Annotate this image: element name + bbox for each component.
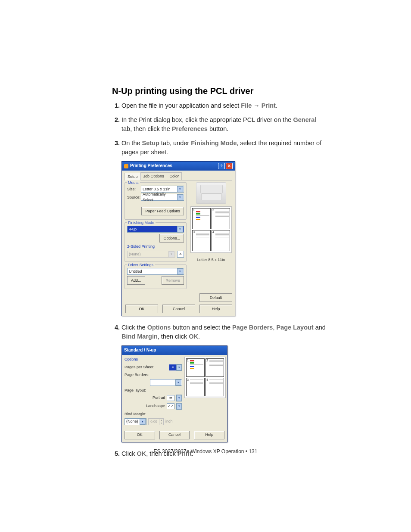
- page-layout-label: Page layout:: [125, 388, 182, 393]
- portrait-orientation-icon: ⇄: [167, 395, 174, 401]
- chevron-down-icon: ▾: [177, 194, 183, 200]
- chevron-down-icon: ▾: [177, 268, 183, 274]
- source-dropdown[interactable]: Automatically Select ▾: [141, 194, 184, 201]
- close-button[interactable]: ✕: [226, 163, 233, 169]
- term-general: General: [293, 116, 316, 123]
- preview-page-1: 1: [193, 208, 195, 212]
- options-group-title: Options: [125, 357, 182, 362]
- chevron-down-icon: ▾: [177, 403, 182, 409]
- portrait-dropdown[interactable]: ▾: [176, 395, 182, 401]
- step3-text-b: tab, under: [159, 140, 191, 146]
- term-preferences: Preferences: [172, 125, 208, 132]
- term-options: Options: [147, 324, 171, 331]
- dialog-title: Standard / N-up: [124, 347, 156, 354]
- ok-button[interactable]: OK: [125, 305, 158, 313]
- step1-text-b: .: [276, 102, 277, 109]
- term-print: Print: [262, 102, 276, 109]
- two-sided-label: 2-Sided Printing: [127, 244, 184, 249]
- printer-preview-icon: [196, 182, 226, 204]
- step1-text-a: Open the file in your application and se…: [121, 102, 241, 109]
- add-button[interactable]: Add...: [127, 276, 145, 285]
- help-button[interactable]: Help: [194, 431, 224, 439]
- finishing-options-button[interactable]: Options...: [159, 234, 184, 243]
- tab-color[interactable]: Color: [167, 172, 182, 180]
- step4-text-d: and: [314, 324, 326, 331]
- driver-settings-dropdown[interactable]: Untitled ▾: [127, 268, 184, 275]
- printing-preferences-dialog: Printing Preferences ? ✕ Setup Job Optio…: [121, 161, 235, 316]
- pages-per-sheet-label: Pages per Sheet:: [125, 364, 155, 370]
- driver-title: Driver Settings: [127, 262, 155, 268]
- portrait-label: Portrait: [153, 395, 165, 401]
- tab-job-options[interactable]: Job Options: [140, 172, 167, 180]
- tab-strip: Setup Job Options Color: [125, 172, 232, 180]
- driver-settings-group: Driver Settings Untitled ▾ Add... R: [125, 264, 187, 289]
- bind-margin-spinner: 0.00 ▲▼: [148, 418, 164, 425]
- source-label: Source:: [127, 195, 139, 200]
- default-button[interactable]: Default: [199, 293, 232, 302]
- step2-text-b: tab, then click the: [121, 125, 172, 132]
- chevron-down-icon: ▾: [177, 226, 183, 232]
- two-sided-value: (None): [129, 252, 141, 257]
- finishing-value: 4-up: [129, 227, 137, 232]
- landscape-label: Landscape: [146, 403, 165, 409]
- nup-options-dialog: Standard / N-up Options Pages per Sheet:…: [121, 345, 227, 442]
- source-value: Automatically Select: [143, 192, 177, 203]
- step3-text-a: On the: [121, 140, 142, 146]
- finishing-mode-dropdown[interactable]: 4-up ▾: [127, 226, 184, 233]
- printer-app-icon: [124, 164, 128, 168]
- chevron-down-icon: ▾: [175, 380, 181, 386]
- term-file: File: [241, 102, 252, 109]
- page-borders-dropdown[interactable]: ▾: [150, 379, 182, 386]
- layout-preview: 1 2 3 4: [190, 206, 232, 253]
- media-group-title: Media: [127, 180, 140, 186]
- cancel-button[interactable]: Cancel: [159, 431, 190, 439]
- orientation-a-icon: A: [177, 251, 184, 258]
- chevron-down-icon: ▾: [168, 251, 174, 257]
- step4-text-e: , then click: [158, 333, 189, 340]
- steps-list: Open the file in your application and se…: [112, 101, 327, 458]
- paper-feed-options-button[interactable]: Paper Feed Options: [141, 207, 184, 215]
- page-heading: N-Up printing using the PCL driver: [112, 86, 327, 96]
- preview-caption: Letter 8.5 x 11in: [197, 257, 225, 263]
- pages-per-sheet-dropdown[interactable]: ▾: [176, 364, 182, 371]
- term-page-layout: Page Layout: [276, 324, 313, 331]
- bind-margin-number: 0.00: [149, 419, 159, 425]
- tab-setup[interactable]: Setup: [125, 173, 141, 180]
- preview-page-4: 4: [206, 378, 208, 382]
- term-page-borders: Page Borders: [232, 324, 273, 331]
- help-button[interactable]: Help: [199, 305, 232, 313]
- chevron-down-icon: ▾: [177, 364, 182, 370]
- size-value: Letter 8.5 x 11in: [143, 187, 171, 192]
- step-2: In the Print dialog box, click the appro…: [121, 115, 327, 134]
- media-group: Media Size: Letter 8.5 x 11in ▾ Sou: [125, 182, 187, 220]
- bind-margin-label: Bind Margin:: [125, 411, 182, 417]
- ok-button[interactable]: OK: [125, 431, 155, 439]
- preview-page-3: 3: [193, 230, 195, 234]
- step-3: On the Setup tab, under Finishing Mode, …: [121, 139, 327, 316]
- bind-margin-dropdown[interactable]: (None) ▾: [125, 418, 146, 425]
- bind-margin-value: (None): [126, 419, 138, 424]
- arrow-icon: →: [252, 102, 262, 109]
- term-setup: Setup: [142, 140, 159, 146]
- landscape-dropdown[interactable]: ▾: [176, 403, 182, 410]
- bind-margin-unit: inch: [165, 419, 173, 424]
- dialog-title: Printing Preferences: [130, 163, 172, 169]
- finishing-mode-group: Finishing Mode 4-up ▾ Options...: [125, 222, 187, 262]
- preview-page-4: 4: [212, 230, 214, 234]
- remove-button: Remove: [162, 276, 184, 285]
- term-bind-margin: Bind Margin: [121, 333, 158, 340]
- size-label: Size:: [127, 187, 139, 192]
- help-titlebar-button[interactable]: ?: [218, 163, 225, 169]
- page-footer: ES 3037/3037e Windows XP Operation • 131: [0, 448, 411, 454]
- preview-page-2: 2: [212, 208, 214, 212]
- dialog-titlebar: Standard / N-up: [122, 346, 227, 355]
- cancel-button[interactable]: Cancel: [162, 305, 195, 313]
- chevron-down-icon: ▾: [140, 419, 146, 425]
- chevron-down-icon: ▾: [177, 395, 182, 401]
- chevron-down-icon: ▾: [177, 186, 183, 192]
- step4-text-a: Click the: [121, 324, 147, 331]
- step4-text-b: button and select the: [171, 324, 232, 331]
- step-1: Open the file in your application and se…: [121, 101, 327, 110]
- step2-text-a: In the Print dialog box, click the appro…: [121, 116, 293, 123]
- step2-text-c: button.: [208, 125, 228, 132]
